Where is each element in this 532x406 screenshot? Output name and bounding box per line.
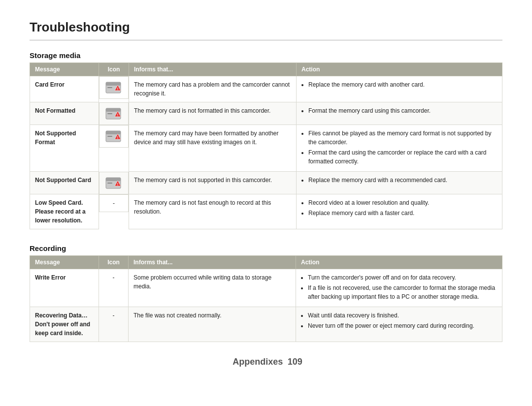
table-row: Low Speed Card. Please record at a lower…	[30, 194, 502, 229]
col-header-message-rec: Message	[30, 256, 99, 269]
col-header-icon: Icon	[99, 63, 129, 76]
list-item: Record video at a lower resolution and q…	[308, 198, 497, 207]
table-row: Not Formatted ! The memory card is not f…	[30, 102, 502, 125]
footer-prefix: Appendixes	[233, 357, 283, 367]
col-header-message: Message	[30, 63, 99, 76]
cell-informs: Some problem occurred while writing data…	[129, 269, 296, 307]
recording-table: Message Icon Informs that... Action Writ…	[30, 255, 502, 342]
table-row: Write Error-Some problem occurred while …	[30, 269, 502, 307]
svg-rect-1	[106, 82, 121, 86]
storage-media-title: Storage media	[30, 51, 502, 60]
cell-message: Low Speed Card. Please record at a lower…	[30, 194, 99, 229]
list-item: Format the memory card using this camcor…	[308, 106, 497, 115]
cell-informs: The memory card is not formatted in this…	[129, 102, 297, 125]
svg-rect-6	[106, 108, 121, 112]
cell-icon: -	[99, 194, 129, 212]
table-row: Not Supported Card ! The memory card is …	[30, 172, 502, 194]
table-row: Not Supported Format ! The memory card m…	[30, 125, 502, 172]
list-item: Turn the camcorder's power off and on fo…	[308, 273, 497, 282]
cell-message: Write Error	[30, 269, 99, 307]
table-row: Recovering Data… Don't power off and kee…	[30, 307, 502, 342]
list-item: If a file is not recovered, use the camc…	[308, 283, 497, 301]
svg-text:!: !	[117, 87, 118, 91]
cell-action: Turn the camcorder's power off and on fo…	[296, 269, 502, 307]
recording-title: Recording	[30, 244, 502, 252]
cell-message: Recovering Data… Don't power off and kee…	[30, 307, 99, 342]
svg-rect-7	[107, 113, 112, 114]
svg-rect-2	[107, 87, 112, 88]
svg-text:!: !	[117, 113, 118, 117]
cell-informs: The file was not created normally.	[129, 307, 296, 342]
list-item: Never turn off the power or eject memory…	[308, 321, 497, 330]
svg-rect-17	[107, 183, 112, 184]
list-item: Wait until data recovery is finished.	[308, 311, 497, 320]
cell-action: Record video at a lower resolution and q…	[297, 194, 502, 229]
cell-informs: The memory card may have been formatted …	[129, 125, 297, 172]
cell-action: Files cannot be played as the memory car…	[297, 125, 502, 172]
list-item: Replace the memory card with another car…	[308, 80, 497, 89]
cell-action: Wait until data recovery is finished.Nev…	[296, 307, 502, 342]
cell-icon: !	[99, 125, 129, 148]
col-header-action: Action	[297, 63, 502, 76]
col-header-informs-rec: Informs that...	[129, 256, 296, 269]
table-row: Card Error ! The memory card has a probl…	[30, 76, 502, 102]
footer-page-number: 109	[288, 357, 302, 367]
cell-informs: The memory card is not supported in this…	[129, 172, 297, 194]
cell-icon: !	[99, 172, 129, 194]
cell-informs: The memory card has a problem and the ca…	[129, 76, 297, 102]
svg-text:!: !	[117, 183, 118, 186]
col-header-informs: Informs that...	[129, 63, 297, 76]
list-item: Replace memory card with a faster card.	[308, 209, 497, 218]
svg-rect-16	[106, 178, 121, 181]
cell-informs: The memory card is not fast enough to re…	[129, 194, 297, 229]
cell-message: Card Error	[30, 76, 99, 102]
recording-section: Recording Message Icon Informs that... A…	[30, 244, 502, 342]
page-title: Troubleshooting	[30, 20, 502, 40]
svg-text:!: !	[117, 136, 118, 139]
cell-icon: -	[99, 269, 129, 307]
cell-action: Format the memory card using this camcor…	[297, 102, 502, 125]
cell-message: Not Supported Format	[30, 125, 99, 172]
list-item: Format the card using the camcorder or r…	[308, 148, 497, 166]
storage-media-table: Message Icon Informs that... Action Card…	[30, 62, 502, 229]
cell-icon: !	[99, 76, 129, 99]
svg-rect-12	[107, 136, 112, 137]
cell-action: Replace the memory card with a recommend…	[297, 172, 502, 194]
cell-action: Replace the memory card with another car…	[297, 76, 502, 102]
storage-media-section: Storage media Message Icon Informs that.…	[30, 51, 502, 229]
list-item: Files cannot be played as the memory car…	[308, 129, 497, 147]
svg-rect-11	[106, 131, 121, 134]
cell-icon: !	[99, 102, 129, 125]
cell-icon: -	[99, 307, 129, 342]
list-item: Replace the memory card with a recommend…	[308, 176, 497, 185]
footer: Appendixes 109	[30, 357, 502, 367]
col-header-icon-rec: Icon	[99, 256, 129, 269]
cell-message: Not Formatted	[30, 102, 99, 125]
cell-message: Not Supported Card	[30, 172, 99, 194]
col-header-action-rec: Action	[296, 256, 502, 269]
